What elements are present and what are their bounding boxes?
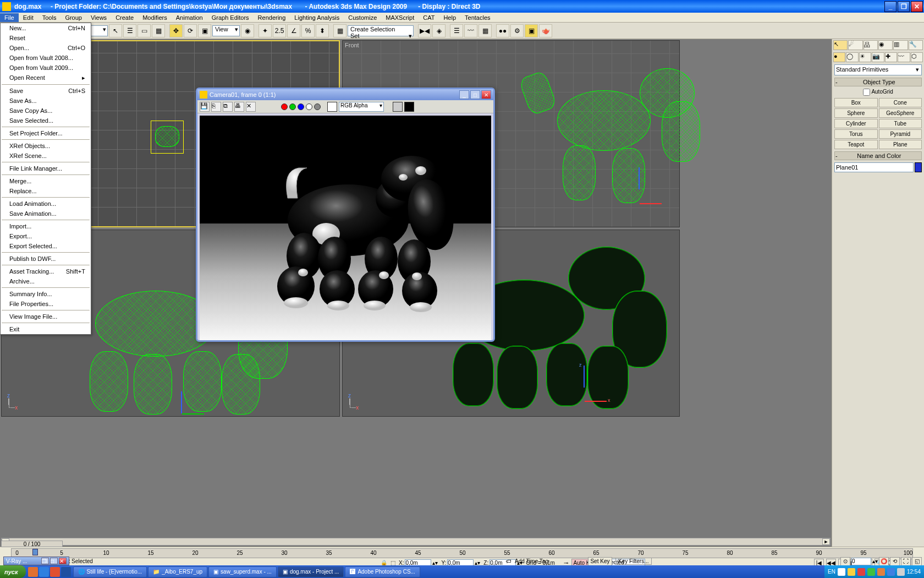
named-selection-dropdown[interactable]: Create Selection Set — [348, 25, 414, 36]
tray-icon[interactable] — [887, 568, 895, 576]
vray-minimized-window[interactable]: V-Ray ... ❐ □ ✕ — [3, 557, 69, 565]
tray-icon[interactable] — [897, 568, 905, 576]
add-time-tag-icon[interactable]: 🏷 — [506, 558, 512, 564]
taskbar-button-active[interactable]: ▣dog.max - Project ... — [278, 566, 344, 577]
tray-icon[interactable] — [867, 568, 875, 576]
tube-button[interactable]: Tube — [879, 119, 922, 128]
key-mode-toggle-button[interactable]: ⊙ — [840, 557, 850, 566]
green-channel-button[interactable] — [289, 103, 296, 110]
box-button[interactable]: Box — [834, 98, 878, 107]
file-menu-item[interactable]: Exit — [1, 324, 91, 334]
blue-channel-button[interactable] — [298, 103, 304, 110]
rotate-button[interactable]: ⟳ — [184, 24, 197, 37]
taskbar-button[interactable]: 📁_Aibo_ERS7_up — [148, 566, 207, 577]
menu-cat[interactable]: CAT — [419, 13, 439, 22]
cameras-tab[interactable]: 📷 — [872, 52, 884, 62]
menu-customize[interactable]: Customize — [344, 13, 381, 22]
file-menu-item[interactable]: Open Recent — [1, 73, 91, 83]
category-dropdown[interactable]: Standard Primitives — [834, 64, 922, 75]
mirror-button[interactable]: ▶◀ — [418, 24, 431, 37]
file-menu-item[interactable]: Import... — [1, 221, 91, 231]
current-frame-input[interactable] — [851, 558, 871, 565]
rect-select-button[interactable]: ▭ — [138, 24, 151, 37]
pyramid-button[interactable]: Pyramid — [879, 129, 922, 139]
window-crossing-button[interactable]: ▦ — [152, 24, 165, 37]
mono-channel-button[interactable] — [314, 103, 321, 110]
file-menu-item[interactable]: Summary Info... — [1, 289, 91, 299]
file-menu-item[interactable]: Open...Ctrl+O — [1, 43, 91, 53]
menu-rendering[interactable]: Rendering — [254, 13, 290, 22]
pivot-button[interactable]: ◉ — [241, 24, 254, 37]
file-menu-item[interactable]: Save Selected... — [1, 116, 91, 126]
tray-icon[interactable] — [857, 568, 865, 576]
autogrid-checkbox[interactable] — [863, 89, 870, 96]
percent-snap-button[interactable]: % — [301, 24, 315, 37]
hierarchy-tab[interactable]: 品 — [864, 40, 878, 50]
time-slider[interactable] — [32, 549, 38, 555]
file-menu-item[interactable]: View Image File... — [1, 312, 91, 321]
key-filters-button[interactable]: Key Filters... — [615, 558, 652, 565]
menu-edit[interactable]: Edit — [19, 13, 38, 22]
layers-button[interactable]: ☰ — [450, 24, 463, 37]
quicklaunch-icon[interactable] — [39, 567, 49, 577]
file-menu-item[interactable]: File Properties... — [1, 299, 91, 309]
modify-tab[interactable]: ☄ — [848, 40, 862, 50]
render-frame-window[interactable]: Camera01, frame 0 (1:1) _ □ ✕ 💾 ⎘ ⧉ 🖶 ✕ … — [196, 88, 495, 342]
copy-image-button[interactable]: ⎘ — [211, 102, 221, 112]
file-menu-item[interactable]: Save Copy As... — [1, 106, 91, 116]
motion-tab[interactable]: ◉ — [878, 40, 893, 50]
quicklaunch-icon[interactable] — [50, 567, 60, 577]
add-time-tag-label[interactable]: Add Time Tag — [515, 558, 548, 564]
channel-dropdown[interactable]: RGB Alpha — [339, 102, 384, 112]
quicklaunch-icon[interactable] — [28, 567, 38, 577]
menu-graph-editors[interactable]: Graph Editors — [207, 13, 254, 22]
menu-modifiers[interactable]: Modifiers — [138, 13, 172, 22]
scale-button[interactable]: ▣ — [198, 24, 211, 37]
name-color-rollout[interactable]: -Name and Color — [834, 151, 922, 160]
object-name-input[interactable] — [834, 162, 914, 172]
file-menu-item[interactable]: Load Animation... — [1, 199, 91, 209]
clone-image-button[interactable]: ⧉ — [223, 102, 233, 112]
start-button[interactable]: пуск — [0, 565, 26, 578]
save-image-button[interactable]: 💾 — [200, 102, 210, 112]
display-tab[interactable]: ▥ — [893, 40, 908, 50]
vray-restore-button[interactable]: ❐ — [41, 558, 49, 564]
file-menu-item[interactable]: XRef Scene... — [1, 151, 91, 161]
render-production-button[interactable]: 🫖 — [539, 24, 552, 37]
file-menu-item[interactable]: Export... — [1, 231, 91, 241]
nav-max-toggle-button[interactable]: ⛶ — [901, 557, 911, 566]
torus-button[interactable]: Torus — [834, 129, 878, 139]
file-menu-item[interactable]: Open from Vault 2009... — [1, 63, 91, 73]
file-menu-item[interactable]: Reset — [1, 33, 91, 43]
file-menu-item[interactable]: Publish to DWF... — [1, 254, 91, 264]
set-key-button[interactable]: Set Key — [588, 557, 612, 566]
clock[interactable]: 12:54 — [907, 569, 921, 575]
geometry-tab[interactable]: ● — [833, 52, 845, 62]
systems-tab[interactable]: ⬡ — [911, 52, 923, 62]
file-menu-item[interactable]: SaveCtrl+S — [1, 86, 91, 96]
align-button[interactable]: ◈ — [432, 24, 446, 37]
bg-white-swatch[interactable] — [327, 102, 337, 112]
render-setup-button[interactable]: ⚙ — [510, 24, 524, 37]
shapes-tab[interactable]: ◯ — [846, 52, 858, 62]
tray-icon[interactable] — [877, 568, 885, 576]
file-menu-item[interactable]: Set Project Folder... — [1, 128, 91, 138]
file-menu-item[interactable]: Export Selected... — [1, 241, 91, 251]
print-button[interactable]: 🖶 — [234, 102, 244, 112]
vray-maximize-button[interactable]: □ — [50, 558, 58, 564]
taskbar-button[interactable]: ▣saw_superd.max - ... — [208, 566, 277, 577]
manipulate-button[interactable]: ✦ — [258, 24, 272, 37]
render-close-button[interactable]: ✕ — [481, 90, 491, 99]
utilities-tab[interactable]: 🔧 — [909, 40, 923, 50]
lights-tab[interactable]: ☀ — [859, 52, 871, 62]
angle-snap-button[interactable]: ∠ — [287, 24, 300, 37]
cylinder-button[interactable]: Cylinder — [834, 119, 878, 128]
tray-icon[interactable] — [848, 568, 855, 576]
menu-help[interactable]: Help — [439, 13, 460, 22]
file-menu-item[interactable]: Open from Vault 2008... — [1, 53, 91, 63]
language-indicator[interactable]: EN — [828, 569, 835, 575]
file-menu-item[interactable]: Asset Tracking...Shift+T — [1, 266, 91, 276]
file-menu-item[interactable]: Replace... — [1, 186, 91, 196]
file-menu-item[interactable]: Archive... — [1, 276, 91, 286]
ref-coord-dropdown[interactable]: View — [212, 25, 240, 36]
